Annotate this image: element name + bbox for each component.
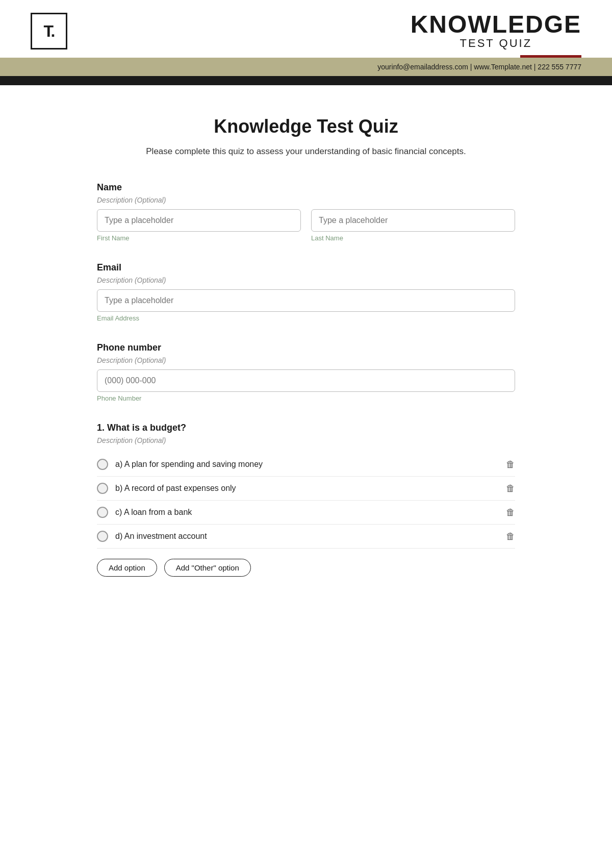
trash-icon-2[interactable]: 🗑 <box>506 507 515 518</box>
email-label: Email <box>97 262 515 273</box>
add-other-option-button[interactable]: Add "Other" option <box>164 559 251 577</box>
email-field-section: Email Description (Optional) Email Addre… <box>97 262 515 322</box>
add-option-row: Add option Add "Other" option <box>97 559 515 577</box>
radio-0[interactable] <box>97 459 108 470</box>
radio-2[interactable] <box>97 507 108 518</box>
first-name-input[interactable] <box>97 209 301 232</box>
option-text-2: c) A loan from a bank <box>115 508 192 517</box>
option-row-2: c) A loan from a bank 🗑 <box>97 501 515 525</box>
email-input[interactable] <box>97 289 515 312</box>
question-1-label: 1. What is a budget? <box>97 423 515 433</box>
name-description: Description (Optional) <box>97 196 515 204</box>
last-name-col: Last Name <box>311 209 515 242</box>
contact-bar: yourinfo@emailaddress.com | www.Template… <box>0 58 612 76</box>
option-left-2: c) A loan from a bank <box>97 507 192 518</box>
name-field-row: First Name Last Name <box>97 209 515 242</box>
option-text-0: a) A plan for spending and saving money <box>115 460 263 469</box>
option-row-3: d) An investment account 🗑 <box>97 525 515 549</box>
email-col: Email Address <box>97 289 515 322</box>
dark-bar <box>0 76 612 85</box>
phone-col: Phone Number <box>97 369 515 402</box>
trash-icon-1[interactable]: 🗑 <box>506 483 515 494</box>
trash-icon-0[interactable]: 🗑 <box>506 459 515 470</box>
title-block: KNOWLEDGE TEST QUIZ <box>411 12 581 50</box>
main-content: Knowledge Test Quiz Please complete this… <box>76 85 536 638</box>
question-1-section: 1. What is a budget? Description (Option… <box>97 423 515 577</box>
quiz-subtitle: Please complete this quiz to assess your… <box>97 146 515 157</box>
last-name-sublabel: Last Name <box>311 234 515 242</box>
email-field-row: Email Address <box>97 289 515 322</box>
option-text-3: d) An investment account <box>115 532 207 541</box>
email-description: Description (Optional) <box>97 276 515 284</box>
option-row-1: b) A record of past expenses only 🗑 <box>97 477 515 501</box>
phone-field-section: Phone number Description (Optional) Phon… <box>97 342 515 402</box>
first-name-sublabel: First Name <box>97 234 301 242</box>
name-label: Name <box>97 182 515 193</box>
quiz-title: Knowledge Test Quiz <box>97 116 515 137</box>
phone-label: Phone number <box>97 342 515 353</box>
option-left-1: b) A record of past expenses only <box>97 483 236 494</box>
sub-title: TEST QUIZ <box>411 37 581 50</box>
first-name-col: First Name <box>97 209 301 242</box>
radio-1[interactable] <box>97 483 108 494</box>
header: T. KNOWLEDGE TEST QUIZ <box>0 0 612 50</box>
phone-field-row: Phone Number <box>97 369 515 402</box>
last-name-input[interactable] <box>311 209 515 232</box>
option-left-3: d) An investment account <box>97 531 207 542</box>
logo: T. <box>31 13 67 49</box>
question-1-description: Description (Optional) <box>97 436 515 444</box>
name-field-section: Name Description (Optional) First Name L… <box>97 182 515 242</box>
main-title: KNOWLEDGE <box>411 12 581 37</box>
option-text-1: b) A record of past expenses only <box>115 484 236 493</box>
radio-3[interactable] <box>97 531 108 542</box>
phone-input[interactable] <box>97 369 515 392</box>
option-row-0: a) A plan for spending and saving money … <box>97 453 515 477</box>
trash-icon-3[interactable]: 🗑 <box>506 531 515 542</box>
phone-description: Description (Optional) <box>97 356 515 364</box>
phone-sublabel: Phone Number <box>97 394 515 402</box>
email-sublabel: Email Address <box>97 314 515 322</box>
add-option-button[interactable]: Add option <box>97 559 157 577</box>
option-left-0: a) A plan for spending and saving money <box>97 459 263 470</box>
